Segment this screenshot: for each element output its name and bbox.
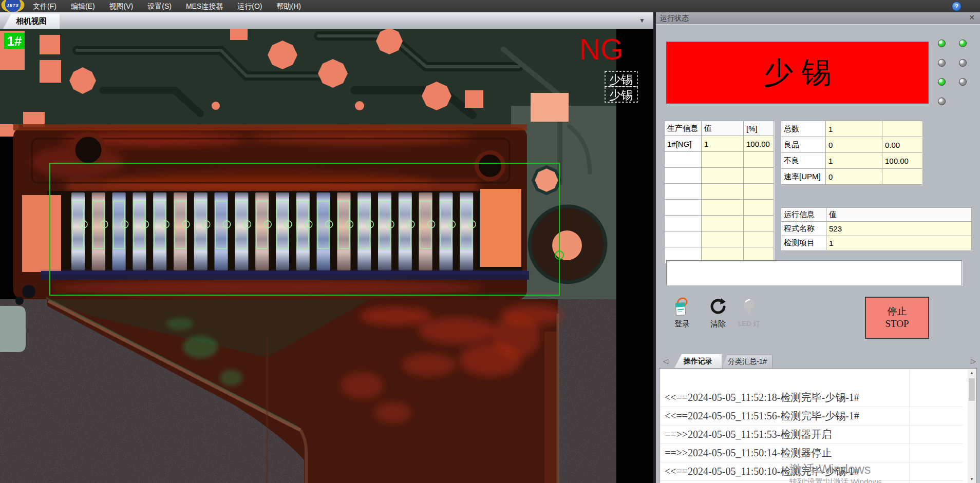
login-button[interactable]: 登录 [666,296,699,329]
led-light-button[interactable]: LED 灯 [732,296,765,329]
scroll-up-icon[interactable]: ▲ [968,369,976,377]
table-row: 速率[UPM]0 [781,169,922,185]
table-row: 总数1 [781,121,922,137]
status-led-off [938,59,946,67]
app-logo-icon: JETS [1,0,25,12]
table-row: 良品00.00 [781,137,922,153]
table-row: 检测项目1 [781,236,972,250]
tab-operation-log[interactable]: 操作记录 [674,354,722,368]
status-led-on [938,78,946,86]
menu-bar: JETS 文件(F) 编辑(E) 视图(V) 设置(S) MES连接器 运行(O… [0,0,980,12]
screw-hole [73,134,104,165]
vertical-scrollbar[interactable]: ▲ ▼ [968,369,976,483]
message-box [666,260,962,285]
scroll-down-icon[interactable]: ▼ [968,475,976,483]
tab-category-summary[interactable]: 分类汇总-1# [722,355,772,368]
menu-run[interactable]: 运行(O) [230,0,269,12]
camera-viewport[interactable]: 1# NG 少锡 少锡 [0,29,653,483]
table-row: 程式名称523 [781,222,972,236]
column-header: [%] [744,121,774,136]
defect-tag: 少锡 [605,87,637,102]
tab-camera-view[interactable]: 相机视图 [3,14,60,29]
run-status-panel: 运行状态 ✕ 少锡 生产信息 值 [%] 1#[NG] [656,12,980,483]
table-row-empty [665,168,774,184]
menu-settings[interactable]: 设置(S) [140,0,179,12]
connector-end-pad [22,195,61,272]
menu-help[interactable]: 帮助(H) [269,0,308,12]
svg-text:少锡: 少锡 [609,73,633,86]
application-window: JETS 文件(F) 编辑(E) 视图(V) 设置(S) MES连接器 运行(O… [0,0,980,483]
windows-activation-watermark: 激活 Windows [789,461,871,478]
table-row-empty [665,184,774,200]
table-row: 1#[NG] 1 100.00 [665,136,774,152]
chevron-down-icon[interactable]: ▼ [639,17,645,24]
run-info-table: 运行信息 值 程式名称523 检测项目1 [781,207,972,250]
menu-view[interactable]: 视图(V) [102,0,141,12]
log-tab-strip: ◁ 操作记录 分类汇总-1# ▷ [656,354,980,368]
log-entry[interactable]: ==>>2024-05-05_11:50:14-检测器停止 [659,443,963,462]
stats-table: 总数1 良品00.00 不良1100.00 速率[UPM]0 [781,121,922,185]
panel-title: 运行状态 [660,14,689,23]
status-led-on [959,40,967,47]
status-led-on [938,40,946,47]
table-row-empty [665,216,774,231]
column-header: 运行信息 [781,208,826,222]
lightbulb-icon [732,296,765,318]
menu-mes-connector[interactable]: MES连接器 [179,0,230,12]
log-entry[interactable]: <<==2024-05-05_11:52:18-检测完毕-少锡-1# [659,388,963,407]
ng-result-label: NG [579,33,624,66]
panel-body: 少锡 生产信息 值 [%] 1#[NG] 1 100.00 [656,24,980,483]
id-badge-icon [666,296,699,318]
bright-pad [531,93,569,122]
tab-scroll-left-icon[interactable]: ◁ [663,357,668,365]
defect-banner: 少锡 [666,42,929,104]
clear-button[interactable]: 清除 [702,296,734,329]
status-led-off [938,98,946,105]
column-header: 值 [826,208,972,222]
octagon-pad [533,167,560,194]
flex-cable [0,285,616,483]
svg-text:1#: 1# [7,33,22,49]
status-led-off [959,78,967,86]
table-row-empty [665,152,774,168]
svg-text:少锡: 少锡 [609,89,633,102]
pcb-inspection-image: 1# NG 少锡 少锡 [0,29,653,483]
help-icon[interactable]: ? [952,2,962,11]
scrollbar-thumb[interactable] [969,378,975,401]
defect-tag: 少锡 [605,71,637,87]
table-row-empty [665,200,774,216]
column-header: 生产信息 [665,121,702,136]
log-entry[interactable]: ==>>2024-05-05_11:51:53-检测器开启 [659,425,963,444]
screw-hole [477,152,503,179]
log-entry[interactable]: <<==2024-05-05_11:51:56-检测完毕-少锡-1# [659,407,963,426]
menu-edit[interactable]: 编辑(E) [64,0,102,12]
refresh-icon [702,296,734,318]
windows-activation-watermark-sub: 转到“设置”以激活 Windows [789,477,882,483]
camera-tab-bar: 相机视图 ▼ [0,12,653,29]
close-icon[interactable]: ✕ [969,13,975,22]
panel-title-bar: 运行状态 ✕ [656,12,980,25]
station-label: 1# [4,33,25,49]
table-row-empty [665,231,774,247]
production-table: 生产信息 值 [%] 1#[NG] 1 100.00 [664,121,774,263]
fiducial-mark [530,206,606,282]
menu-file[interactable]: 文件(F) [26,0,64,12]
stop-button[interactable]: 停止 STOP [865,297,929,339]
connector-end-pad [480,189,521,267]
gray-tab [0,306,26,352]
status-led-off [959,59,967,67]
column-header: 值 [702,121,744,136]
table-row: 不良1100.00 [781,153,922,169]
tab-scroll-right-icon[interactable]: ▷ [971,357,976,365]
